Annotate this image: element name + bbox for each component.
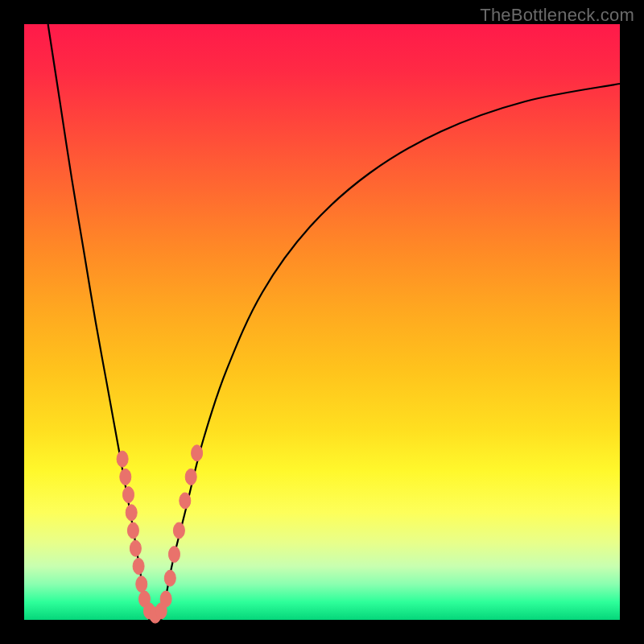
chart-frame: TheBottleneck.com — [0, 0, 644, 644]
data-marker — [126, 505, 137, 521]
right-branch-curve — [161, 84, 620, 620]
plot-area — [24, 24, 620, 620]
data-marker — [160, 591, 171, 607]
data-marker — [127, 522, 138, 539]
data-marker — [120, 469, 131, 485]
data-marker — [185, 469, 196, 485]
data-marker — [173, 522, 184, 539]
data-marker — [164, 570, 175, 586]
marker-group — [117, 445, 203, 623]
data-marker — [117, 451, 128, 467]
data-marker — [123, 487, 134, 503]
data-marker — [192, 445, 203, 461]
watermark-text: TheBottleneck.com — [480, 5, 634, 26]
curve-layer — [24, 24, 620, 620]
data-marker — [168, 547, 180, 563]
data-marker — [133, 558, 144, 574]
data-marker — [180, 493, 191, 509]
data-marker — [130, 540, 141, 556]
data-marker — [136, 576, 147, 592]
